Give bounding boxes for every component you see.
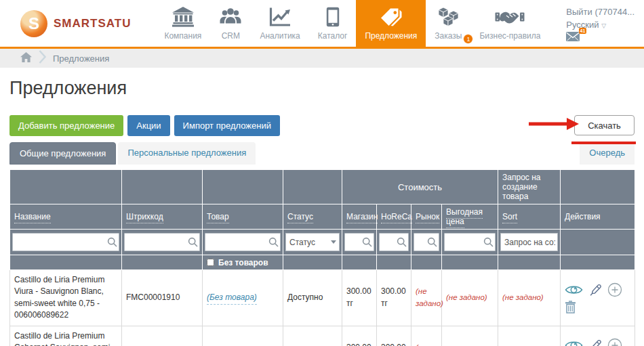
mail-count-badge: 41 <box>579 28 587 34</box>
cell-market-price: (не задано) <box>416 287 443 307</box>
delete-icon[interactable] <box>565 300 630 313</box>
nav-items: Компания CRM Аналитика Каталог <box>155 0 549 47</box>
nav-item-label: Аналитика <box>260 31 300 41</box>
nav-item-label: Предложения <box>365 31 417 41</box>
handshake-icon <box>495 5 525 28</box>
filter-best-price-input[interactable] <box>444 233 496 251</box>
tags-icon <box>379 5 403 28</box>
chart-icon <box>269 5 291 28</box>
cell-shop-price: 300.00 тг <box>342 326 377 346</box>
breadcrumb: Предложения <box>0 49 644 68</box>
breadcrumb-current: Предложения <box>53 53 109 64</box>
column-header-actions: Действия <box>561 204 635 230</box>
nav-item-label: Каталог <box>318 31 348 41</box>
tab-general-offers[interactable]: Общие предложения <box>9 142 116 165</box>
offers-table: Стоимость Запрос на создание товара Назв… <box>9 169 635 346</box>
cell-barcode: FMC00001909 <box>122 326 203 346</box>
row-actions <box>565 282 630 313</box>
cell-status: Доступно <box>283 270 342 326</box>
edit-icon[interactable] <box>588 339 602 346</box>
people-icon <box>219 5 242 28</box>
tabs-row: Общие предложения Персональные предложен… <box>9 142 635 165</box>
app-window: S SMARTSATU Компания CRM Аналитика <box>0 0 644 346</box>
promos-button[interactable]: Акции <box>127 115 169 136</box>
cell-name: Castillo de Liria Premium Viura - Sauvig… <box>10 270 122 326</box>
view-icon[interactable] <box>565 284 583 296</box>
no-product-link[interactable]: (Без товара) <box>207 293 257 305</box>
home-icon[interactable] <box>20 52 32 65</box>
column-header-barcode: Штрихкод <box>122 204 203 230</box>
add-icon[interactable] <box>607 282 622 297</box>
cell-horeca-price: 300.00 тг <box>377 326 411 346</box>
top-navigation: S SMARTSATU Компания CRM Аналитика <box>0 0 644 49</box>
add-icon[interactable] <box>607 338 622 346</box>
nav-item-orders[interactable]: Заказы 1 <box>426 0 470 47</box>
filter-status-select[interactable]: Статус <box>285 233 340 251</box>
edit-icon[interactable] <box>588 283 602 297</box>
group-header-cost: Стоимость <box>342 170 498 204</box>
group-header-product-request: Запрос на создание товара <box>498 170 561 204</box>
download-button[interactable]: Скачать <box>574 115 635 135</box>
filter-product-input[interactable] <box>205 233 281 251</box>
nav-item-crm[interactable]: CRM <box>210 0 251 47</box>
column-header-status: Статус <box>283 204 342 230</box>
nav-right-block: Выйти (770744... Русский ▽ 41 <box>566 0 644 47</box>
table-group-header-row: Стоимость Запрос на создание товара <box>10 170 635 204</box>
column-header-shop: Магазин <box>342 204 377 230</box>
logout-link[interactable]: Выйти (770744... <box>566 7 635 17</box>
column-header-sort: Sort <box>498 204 561 230</box>
brand-logo[interactable]: S SMARTSATU <box>0 0 146 47</box>
column-header-product: Товар <box>203 204 283 230</box>
table-row: Castillo de Liria Premium Cabernet Sauvi… <box>10 326 635 346</box>
breadcrumb-separator-icon <box>39 50 46 66</box>
cell-best-price: (не задано) <box>446 293 487 301</box>
column-header-best-price: Выгодная цена <box>442 204 498 230</box>
filter-name-input[interactable] <box>12 233 119 251</box>
nav-item-business-rules[interactable]: Бизнес-правила <box>470 0 549 47</box>
nav-item-label: Заказы <box>435 31 462 41</box>
toolbar: Добавить предложение Акции Импорт предло… <box>9 115 635 136</box>
cell-market-price: (не задано) <box>416 343 443 346</box>
queue-link[interactable]: Очередь <box>580 142 635 165</box>
no-products-row: Без товаров <box>10 255 635 270</box>
import-offers-button[interactable]: Импорт предложений <box>174 115 280 136</box>
nav-item-label: Бизнес-правила <box>479 31 540 41</box>
add-offer-button[interactable]: Добавить предложение <box>9 115 123 136</box>
mail-button[interactable]: 41 <box>566 32 580 44</box>
cell-horeca-price: 300.00 тг <box>377 270 411 326</box>
cell-shop-price: 300.00 тг <box>342 270 377 326</box>
filter-barcode-input[interactable] <box>124 233 200 251</box>
tablet-icon <box>326 5 340 28</box>
page-title: Предложения <box>9 78 644 99</box>
filter-horeca-input[interactable] <box>379 233 409 251</box>
bank-icon <box>172 5 194 28</box>
nav-item-company[interactable]: Компания <box>155 0 210 47</box>
filter-market-input[interactable] <box>414 233 439 251</box>
nav-item-offers[interactable]: Предложения <box>356 0 426 47</box>
nav-item-catalog[interactable]: Каталог <box>309 0 357 47</box>
table-row: Castillo de Liria Premium Viura - Sauvig… <box>10 270 635 326</box>
view-icon[interactable] <box>565 339 583 346</box>
chevron-down-icon: ▽ <box>601 22 606 29</box>
nav-item-label: Компания <box>164 31 201 41</box>
nav-item-analytics[interactable]: Аналитика <box>251 0 308 47</box>
chevron-down-icon <box>331 240 336 244</box>
nav-item-label: CRM <box>222 31 240 41</box>
cell-sort: (не задано) <box>502 293 544 301</box>
column-header-horeca: HoReCa <box>377 204 411 230</box>
brand-logo-icon: S <box>20 10 47 37</box>
row-actions <box>565 338 630 346</box>
no-products-label: Без товаров <box>218 258 268 267</box>
filter-shop-input[interactable] <box>344 233 374 251</box>
column-header-market: Рынок <box>411 204 442 230</box>
brand-name: SMARTSATU <box>54 17 131 30</box>
table-filter-row: Статус Запрос на со: <box>10 230 635 255</box>
column-header-name: Название <box>10 204 122 230</box>
envelope-icon <box>566 32 580 43</box>
cubes-icon <box>437 5 459 28</box>
cell-name: Castillo de Liria Premium Cabernet Sauvi… <box>10 326 122 346</box>
tab-personal-offers[interactable]: Персональные предложения <box>118 142 256 165</box>
filter-request-select[interactable]: Запрос на со: <box>500 233 558 251</box>
no-products-checkbox[interactable] <box>207 259 214 266</box>
cell-barcode: FMC00001910 <box>122 270 203 326</box>
